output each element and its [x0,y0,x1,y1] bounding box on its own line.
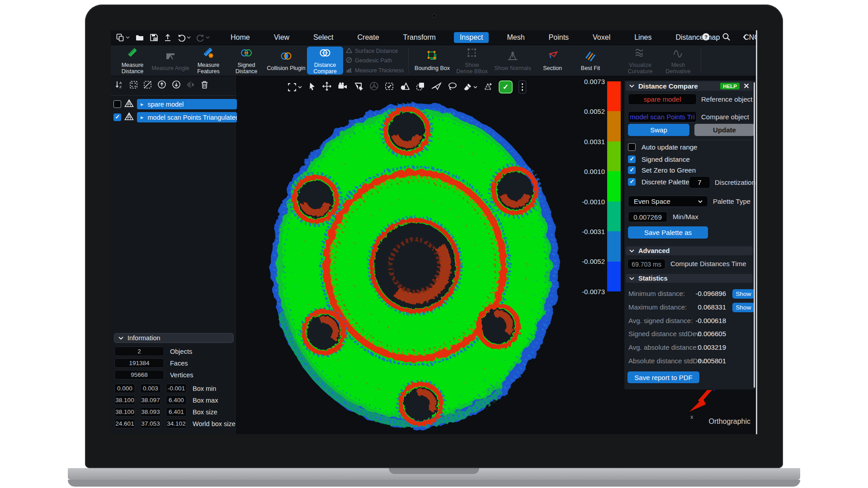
show-dense-bbox-button[interactable]: Show Dense BBox [452,47,492,75]
bounding-box-button[interactable]: Bounding Box [412,47,452,75]
save-palette-button[interactable]: Save Palette as [628,226,708,239]
help-badge[interactable]: HELP [720,83,740,89]
menu-item-lines[interactable]: Lines [628,32,657,43]
advanced-section-header[interactable]: Advanced [626,246,753,255]
measure-thickness-button[interactable]: Measure Thickness [346,67,405,74]
information-section: Information 2 Objects 191384 Faces 95668… [111,333,237,431]
objects-value: 2 [114,347,164,356]
plane-cut-icon[interactable] [431,82,442,92]
collision-plugin-button[interactable]: Collision Plugin [265,47,307,75]
ribbon-separator [408,48,409,73]
visibility-checkbox[interactable] [113,113,121,121]
show-normals-icon [507,50,519,64]
select-cursor-icon[interactable] [308,82,316,93]
show-maximum-button[interactable]: Show [732,303,755,312]
panel-scrollbar[interactable] [754,82,755,388]
update-button[interactable]: Update [694,124,755,136]
geodesic-path-button[interactable]: Geodesic Path [346,57,405,65]
viewport-3d[interactable]: ✓ [237,76,757,434]
measure-distance-button[interactable]: Measure Distance [113,47,151,75]
shapes-select-icon[interactable] [400,82,410,93]
signed-distance-checkbox[interactable] [628,155,636,163]
mesh-derivative-button[interactable]: Mesh Derivative [659,47,697,75]
search-icon[interactable] [722,33,731,43]
discretization-field[interactable]: 7 [689,176,710,188]
section-button[interactable]: Section [533,47,571,75]
information-header[interactable]: Information [114,333,234,343]
tree-row[interactable]: ▸ spare model [113,99,237,109]
show-minimum-button[interactable]: Show [732,289,755,299]
swap-button[interactable]: Swap [628,124,689,136]
show-normals-button[interactable]: Show Normals [492,47,533,75]
sort-az-icon[interactable]: AZ [115,80,124,91]
palette-type-dropdown[interactable]: Even Space [628,196,708,207]
minmax-field[interactable]: 0.007269 [628,211,667,222]
box-max-x: 38.100 [114,395,135,405]
more-menu-icon[interactable] [519,80,526,94]
export-icon[interactable] [164,33,172,42]
save-icon[interactable] [150,33,158,42]
distance-compare-button[interactable]: Distance Compare [307,47,343,75]
menu-item-transform[interactable]: Transform [397,32,442,43]
statistics-section-header[interactable]: Statistics [626,274,753,283]
open-folder-icon[interactable] [135,33,144,42]
auto-update-range-checkbox[interactable] [628,143,636,151]
eraser-icon[interactable] [463,83,477,91]
menu-item-points[interactable]: Points [543,32,575,43]
tree-row[interactable]: ▸ model scan Points Triangulated [113,112,237,122]
compare-object-label: Compare object [701,113,749,121]
panel-expander-handle[interactable] [756,30,757,434]
menu-item-select[interactable]: Select [307,32,339,43]
signed-distance-button[interactable]: Signed Distance [227,47,265,75]
mirror-icon[interactable] [186,80,195,91]
menu-item-voxel[interactable]: Voxel [587,32,616,43]
move-down-icon[interactable] [172,80,181,91]
best-fit-button[interactable]: Best Fit [571,47,609,75]
redo-icon[interactable] [196,33,210,42]
new-scene-icon[interactable] [116,33,130,42]
reference-object-field[interactable]: spare model [628,94,697,105]
select-all-icon[interactable] [129,80,138,91]
menu-item-home[interactable]: Home [225,32,256,43]
measure-angle-button[interactable]: Measure Angle [151,47,189,75]
measure-features-button[interactable]: Measure Features [189,47,227,75]
discrete-palette-checkbox[interactable] [628,178,636,186]
fit-view-icon[interactable] [288,83,302,92]
copy-icon[interactable] [416,82,425,93]
move-up-icon[interactable] [157,80,166,91]
expand-caret-icon[interactable]: ▸ [141,101,144,108]
set-zero-to-green-checkbox[interactable] [628,166,636,174]
surface-distance-button[interactable]: Surface Distance [346,47,405,55]
deselect-all-icon[interactable] [143,80,152,91]
camera-icon[interactable] [338,82,348,92]
delete-icon[interactable] [201,80,208,91]
dense-bbox-icon [466,47,478,61]
rect-select-icon[interactable] [385,82,394,93]
tree-item-spare-model[interactable]: ▸ spare model [137,99,237,109]
confirm-icon[interactable]: ✓ [499,80,513,94]
navigation-wheel-icon[interactable] [369,81,379,93]
ribbon-stack: Surface Distance Geodesic Path Measure T… [346,47,405,74]
compare-object-field[interactable]: model scan Points Tri [628,111,697,122]
close-icon[interactable] [744,82,749,90]
smart-select-icon[interactable] [483,82,493,93]
menu-item-create[interactable]: Create [352,32,385,43]
expand-caret-icon[interactable]: ▸ [141,114,144,121]
panel-header[interactable]: Distance Compare HELP [626,81,753,91]
collapse-ribbon-icon[interactable] [742,33,747,42]
undo-icon[interactable] [177,33,191,42]
move-icon[interactable] [322,81,332,93]
visibility-checkbox[interactable] [113,100,121,108]
lasso-icon[interactable] [448,82,457,93]
help-icon[interactable]: ? [702,33,710,43]
chevron-down-icon [698,200,703,203]
menu-item-view[interactable]: View [268,32,295,43]
visualize-curvature-button[interactable]: Visualize Curvature [621,47,659,75]
divider [627,140,752,140]
menu-item-mesh[interactable]: Mesh [501,32,530,43]
save-report-button[interactable]: Save report to PDF [627,371,699,383]
discretization-label: Discretization [715,178,755,186]
render-settings-icon[interactable] [354,82,363,93]
tree-item-model-scan[interactable]: ▸ model scan Points Triangulated [137,112,237,122]
menu-item-inspect[interactable]: Inspect [454,32,489,43]
